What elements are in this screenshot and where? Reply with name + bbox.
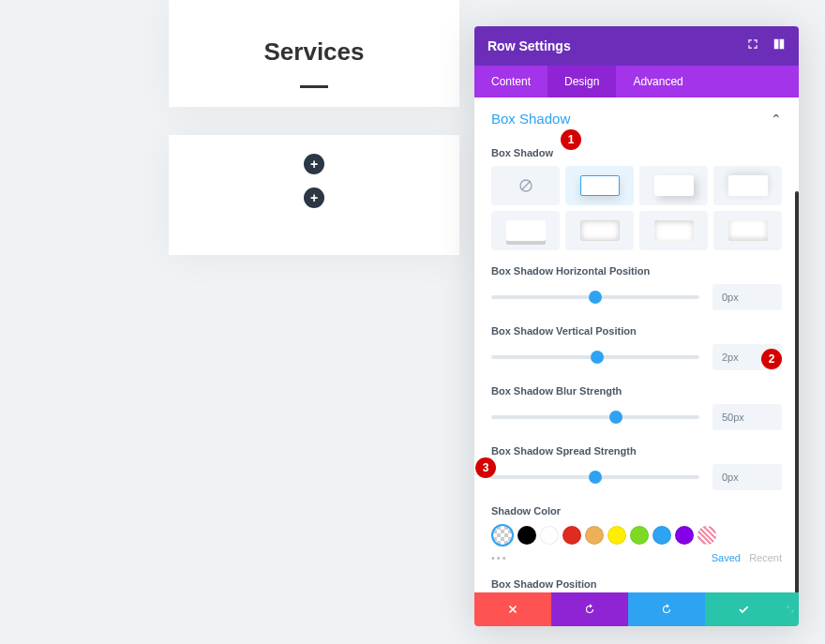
redo-button[interactable] (628, 592, 705, 626)
panel-body: Box Shadow ⌃ Box Shadow Box Shado (474, 97, 799, 592)
preset-4[interactable] (491, 211, 560, 250)
swatch-custom[interactable] (698, 526, 716, 545)
preview-header-card: Services (169, 0, 459, 107)
preset-7[interactable] (713, 211, 782, 250)
slider-blur[interactable] (491, 415, 699, 419)
tabs: Content Design Advanced (474, 66, 799, 97)
add-row-button[interactable]: + (304, 154, 324, 174)
swatch-green[interactable] (630, 526, 649, 545)
preset-5[interactable] (565, 211, 634, 250)
save-button[interactable] (705, 592, 782, 626)
slider-vertical[interactable] (491, 355, 699, 359)
snap-icon[interactable] (772, 37, 786, 54)
more-colors-icon[interactable]: ••• (491, 552, 508, 563)
color-swatches (491, 524, 782, 547)
label-shadow-color: Shadow Color (491, 505, 782, 517)
tab-advanced[interactable]: Advanced (616, 66, 699, 97)
saved-tab[interactable]: Saved (712, 552, 741, 563)
settings-panel: Row Settings Content Design Advanced Box… (474, 26, 799, 626)
panel-footer (474, 592, 799, 626)
close-button[interactable] (474, 592, 551, 626)
input-horizontal[interactable] (712, 284, 782, 310)
expand-save-icon[interactable] (782, 592, 799, 626)
swatch-blue[interactable] (652, 526, 671, 545)
preset-none[interactable] (491, 166, 560, 205)
none-icon (518, 178, 533, 193)
label-position: Box Shadow Position (491, 578, 782, 590)
swatch-purple[interactable] (675, 526, 694, 545)
tab-content[interactable]: Content (474, 66, 548, 97)
shadow-presets (491, 166, 782, 250)
undo-button[interactable] (551, 592, 628, 626)
preset-3[interactable] (713, 166, 782, 205)
expand-icon[interactable] (746, 37, 759, 54)
panel-title: Row Settings (488, 38, 571, 53)
swatch-black[interactable] (518, 526, 536, 545)
preset-2[interactable] (639, 166, 708, 205)
label-blur: Box Shadow Blur Strength (491, 385, 782, 397)
tab-design[interactable]: Design (548, 66, 616, 97)
label-box-shadow: Box Shadow (491, 147, 782, 158)
recent-tab[interactable]: Recent (749, 552, 782, 563)
swatch-transparent[interactable] (491, 524, 514, 547)
preset-6[interactable] (639, 211, 708, 250)
input-blur[interactable] (712, 404, 782, 430)
panel-header: Row Settings (474, 26, 799, 66)
add-row-button[interactable]: + (304, 187, 324, 208)
swatch-red[interactable] (562, 526, 581, 545)
section-header-box-shadow[interactable]: Box Shadow ⌃ (491, 111, 782, 132)
section-title: Box Shadow (491, 111, 570, 127)
label-spread: Box Shadow Spread Strength (491, 445, 782, 457)
label-horizontal: Box Shadow Horizontal Position (491, 265, 782, 277)
preset-1[interactable] (565, 166, 634, 205)
preview-body: + + (169, 135, 459, 255)
preview-title: Services (169, 37, 459, 67)
input-spread[interactable] (712, 464, 782, 490)
section-box-shadow: Box Shadow ⌃ Box Shadow Box Shado (474, 97, 799, 592)
slider-horizontal[interactable] (491, 295, 699, 299)
annotation-3: 3 (475, 457, 496, 478)
swatch-orange[interactable] (585, 526, 604, 545)
chevron-up-icon: ⌃ (771, 112, 782, 127)
svg-line-1 (521, 181, 530, 189)
preview-divider (300, 85, 328, 88)
annotation-2: 2 (761, 349, 782, 369)
swatch-yellow[interactable] (608, 526, 626, 545)
slider-spread[interactable] (491, 475, 699, 479)
label-vertical: Box Shadow Vertical Position (491, 325, 782, 337)
preview-area: Services + + (169, 0, 459, 644)
swatch-white[interactable] (540, 526, 559, 545)
annotation-1: 1 (561, 129, 581, 150)
scrollbar[interactable] (795, 191, 799, 592)
